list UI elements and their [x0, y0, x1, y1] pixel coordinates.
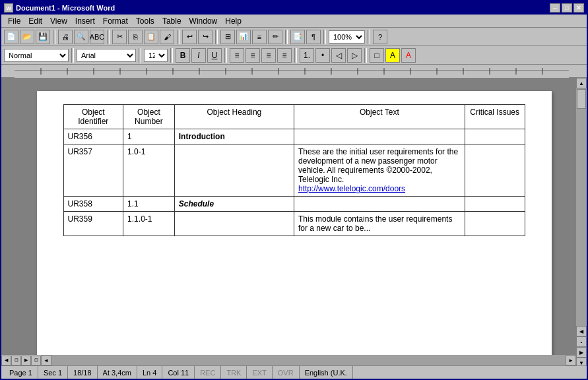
- status-sec: Sec 1: [38, 366, 68, 379]
- cell-text-ur359: This module contains the user requiremen…: [294, 212, 465, 236]
- new-button[interactable]: 📄: [4, 30, 18, 44]
- align-left-button[interactable]: ≡: [230, 48, 244, 63]
- cell-num-ur359: 1.1.0-1: [123, 212, 175, 236]
- menu-window[interactable]: Window: [185, 15, 222, 27]
- redo-button[interactable]: ↪: [198, 30, 212, 44]
- spell-button[interactable]: ABC: [90, 30, 104, 44]
- horizontal-scroll-track: [51, 355, 566, 365]
- menu-insert[interactable]: Insert: [71, 15, 99, 27]
- telelogic-link[interactable]: http://www.telelogic.com/doors: [298, 184, 405, 193]
- zoom-select[interactable]: 100% 75% 50%: [329, 30, 365, 44]
- highlight-button[interactable]: A: [385, 48, 400, 63]
- menu-format[interactable]: Format: [99, 15, 132, 27]
- size-select[interactable]: 12: [144, 49, 168, 62]
- nav-btn-2[interactable]: ⊡: [11, 356, 21, 365]
- cell-id-ur357: UR357: [63, 144, 123, 197]
- separator8: [71, 48, 74, 63]
- paste-button[interactable]: 📋: [144, 30, 158, 44]
- increase-indent-button[interactable]: ▷: [347, 48, 362, 63]
- nav-btn-4[interactable]: ⊡: [31, 356, 41, 365]
- separator13: [364, 48, 367, 63]
- insert-excel-button[interactable]: 📊: [236, 30, 251, 44]
- status-rec-label: REC: [200, 369, 215, 377]
- scroll-next-page-button[interactable]: ▶: [576, 347, 587, 358]
- table-row: UR358 1.1 Schedule: [63, 197, 525, 212]
- undo-button[interactable]: ↩: [182, 30, 197, 44]
- help-button[interactable]: ?: [373, 30, 387, 44]
- horizontal-scrollbar: ◄ ►: [41, 355, 576, 365]
- separator7: [368, 30, 370, 44]
- separator1: [53, 30, 55, 44]
- col-header-heading: Object Heading: [174, 105, 294, 129]
- ruler: [1, 65, 587, 78]
- underline-button[interactable]: U: [207, 48, 222, 63]
- show-hide-button[interactable]: ¶: [306, 30, 321, 44]
- scroll-thumb[interactable]: [577, 89, 586, 109]
- bullets-button[interactable]: •: [315, 48, 330, 63]
- insert-table-button[interactable]: ⊞: [220, 30, 235, 44]
- border-button[interactable]: □: [370, 48, 384, 63]
- open-button[interactable]: 📂: [20, 30, 34, 44]
- status-at-label: At 3,4cm: [103, 369, 131, 377]
- status-position: 18/18: [68, 366, 98, 379]
- cell-heading-ur359: [174, 212, 294, 236]
- cell-id-ur359: UR359: [63, 212, 123, 236]
- menu-help[interactable]: Help: [221, 15, 245, 27]
- cell-num-ur357: 1.0-1: [123, 144, 175, 197]
- bottom-nav: ◀ ⊡ ▶ ⊡: [1, 355, 41, 365]
- format-painter-button[interactable]: 🖌: [160, 30, 174, 44]
- cell-text-ur356: [294, 129, 465, 144]
- toolbar-formatting: Normal Arial 12 B I U ≡ ≡ ≡ ≡ 1. • ◁ ▷ □…: [1, 46, 587, 65]
- copy-button[interactable]: ⎘: [128, 30, 143, 44]
- cell-critical-ur359: [465, 212, 525, 236]
- save-button[interactable]: 💾: [36, 30, 50, 44]
- scroll-up-button[interactable]: ▲: [576, 78, 587, 88]
- columns-button[interactable]: ≡: [252, 30, 267, 44]
- menu-view[interactable]: View: [46, 15, 71, 27]
- status-at: At 3,4cm: [98, 366, 137, 379]
- status-bar: Page 1 Sec 1 18/18 At 3,4cm Ln 4 Col 11 …: [1, 365, 587, 379]
- font-select[interactable]: Arial: [77, 49, 136, 62]
- cell-heading-ur357: [174, 144, 294, 197]
- nav-btn-3[interactable]: ▶: [21, 356, 31, 365]
- status-ext: EXT: [247, 366, 272, 379]
- scroll-dot-button[interactable]: •: [576, 336, 587, 347]
- font-color-button[interactable]: A: [401, 48, 416, 63]
- separator11: [224, 48, 227, 63]
- cell-text-ur357: These are the initial user requirements …: [294, 144, 465, 197]
- col-header-number: Object Number: [123, 105, 175, 129]
- style-select[interactable]: Normal: [4, 49, 69, 62]
- nav-btn-1[interactable]: ◀: [1, 356, 11, 365]
- minimize-button[interactable]: ─: [550, 3, 560, 13]
- bold-button[interactable]: B: [176, 48, 190, 63]
- print-button[interactable]: 🖨: [58, 30, 73, 44]
- status-sec-label: Sec 1: [44, 369, 62, 377]
- document-map-button[interactable]: 📑: [290, 30, 305, 44]
- cell-num-ur356: 1: [123, 129, 175, 144]
- cut-button[interactable]: ✂: [112, 30, 127, 44]
- vertical-scrollbar[interactable]: ▲ ◀ • ▶ ▼: [576, 78, 587, 368]
- status-position-label: 18/18: [73, 369, 92, 377]
- align-center-button[interactable]: ≡: [245, 48, 260, 63]
- cell-critical-ur356: [465, 129, 525, 144]
- scroll-right-button[interactable]: ►: [566, 355, 576, 365]
- scroll-prev-page-button[interactable]: ◀: [576, 326, 587, 336]
- justify-button[interactable]: ≡: [277, 48, 292, 63]
- menu-table[interactable]: Table: [158, 15, 185, 27]
- numbering-button[interactable]: 1.: [300, 48, 314, 63]
- maximize-button[interactable]: □: [562, 3, 572, 13]
- print-preview-button[interactable]: 🔍: [74, 30, 88, 44]
- app-icon: W: [4, 3, 13, 13]
- title-bar: W Document1 - Microsoft Word ─ □ ✕: [1, 1, 587, 15]
- decrease-indent-button[interactable]: ◁: [331, 48, 346, 63]
- menu-edit[interactable]: Edit: [24, 15, 46, 27]
- italic-button[interactable]: I: [191, 48, 206, 63]
- menu-tools[interactable]: Tools: [132, 15, 158, 27]
- menu-bar: File Edit View Insert Format Tools Table…: [1, 15, 587, 28]
- scroll-left-button[interactable]: ◄: [41, 355, 51, 365]
- close-button[interactable]: ✕: [573, 3, 584, 13]
- drawing-button[interactable]: ✏: [268, 30, 282, 44]
- status-col: Col 11: [162, 366, 195, 379]
- align-right-button[interactable]: ≡: [261, 48, 276, 63]
- menu-file[interactable]: File: [4, 15, 24, 27]
